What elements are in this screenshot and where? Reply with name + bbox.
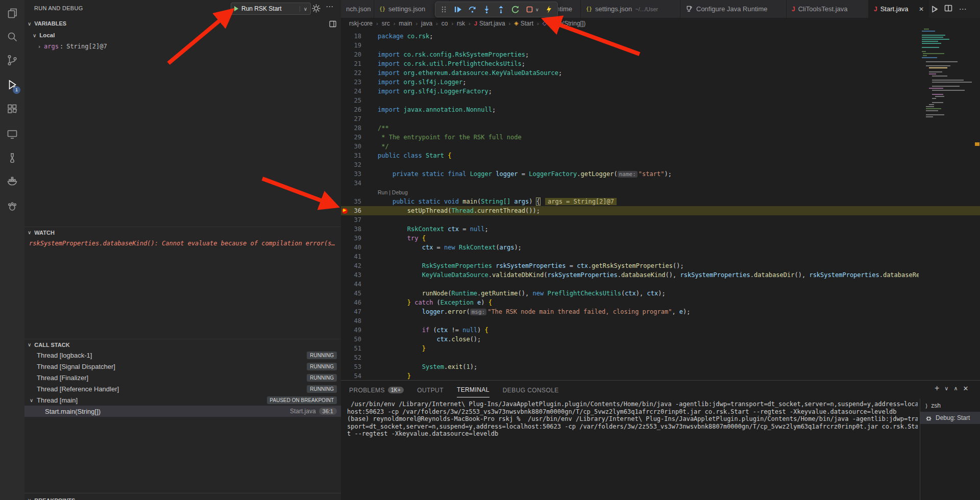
code-line-34[interactable]: 34 (341, 179, 980, 188)
gutter[interactable] (341, 252, 350, 261)
code-line-31[interactable]: 31public class Start { (341, 151, 980, 160)
gutter[interactable] (341, 307, 350, 316)
gutter[interactable] (341, 197, 350, 206)
code-line-52[interactable]: 52 (341, 353, 980, 362)
drag-handle-icon[interactable] (439, 5, 448, 14)
gutter[interactable] (341, 179, 350, 188)
code-line-44[interactable]: 44 (341, 280, 980, 289)
code-line-19[interactable]: 19 (341, 41, 980, 50)
explorer-icon[interactable] (6, 7, 18, 19)
code-line-48[interactable]: 48 (341, 316, 980, 326)
gutter[interactable] (341, 371, 350, 380)
codelens-run-debug[interactable]: Run | Debug (341, 188, 980, 197)
code-line-41[interactable]: 41 (341, 252, 980, 261)
breadcrumb-item[interactable]: src (382, 20, 390, 27)
close-icon[interactable]: ✕ (919, 6, 924, 13)
call-stack-section-header[interactable]: ∨ CALL STACK (24, 339, 341, 350)
gutter[interactable] (341, 270, 350, 280)
gutter[interactable] (341, 335, 350, 344)
terminal-instance-debug-start[interactable]: Debug: Start (920, 412, 980, 424)
code-line-40[interactable]: 40 ctx = new RskContext(args); (341, 243, 980, 252)
code-line-53[interactable]: 53 System.exit(1); (341, 362, 980, 371)
gutter[interactable] (341, 68, 350, 78)
panel-tab-output[interactable]: OUTPUT (417, 382, 444, 397)
call-stack-thread-row[interactable]: Thread [Reference Handler]RUNNING (24, 383, 341, 394)
tab-start-java[interactable]: JStart.java✕ (869, 0, 929, 18)
call-stack-thread-row[interactable]: ∨Thread [main]PAUSED ON BREAKPOINT (24, 394, 341, 406)
code-line-45[interactable]: 45 runNode(Runtime.getRuntime(), new Pre… (341, 289, 980, 298)
gutter[interactable] (341, 160, 350, 169)
code-line-25[interactable]: 25 (341, 96, 980, 105)
restart-icon[interactable] (511, 5, 520, 14)
code-line-30[interactable]: 30 */ (341, 142, 980, 151)
tab-configure-java-runtime[interactable]: Configure Java Runtime (680, 0, 787, 18)
code-line-39[interactable]: 39 try { (341, 234, 980, 243)
code-line-37[interactable]: 37 (341, 215, 980, 224)
breadcrumb-item[interactable]: rskj-core (349, 20, 373, 27)
gutter[interactable] (341, 316, 350, 326)
pet-extension-icon[interactable] (6, 200, 18, 212)
terminal-instance-zsh[interactable]: ⟩zsh (920, 399, 980, 412)
gutter[interactable] (341, 289, 350, 298)
code-line-47[interactable]: 47 logger.error(msg:"The RSK node main t… (341, 307, 980, 316)
code-line-33[interactable]: 33 private static final Logger logger = … (341, 169, 980, 179)
breakpoints-section-header[interactable]: ∨ BREAKPOINTS (24, 493, 341, 500)
gutter[interactable]: ▶ (341, 206, 350, 215)
gutter[interactable] (341, 41, 350, 50)
debug-settings-gear-icon[interactable] (311, 4, 321, 13)
continue-icon[interactable] (454, 5, 462, 14)
variables-section-header[interactable]: ∨ VARIABLES (24, 18, 341, 29)
step-out-icon[interactable] (497, 5, 505, 14)
gutter[interactable] (341, 151, 350, 160)
maximize-panel-icon[interactable]: ∧ (953, 385, 958, 392)
start-debug-icon[interactable] (234, 6, 238, 11)
run-java-button[interactable]: ∨ (930, 5, 938, 13)
code-line-43[interactable]: 43 KeyValueDataSource.validateDbKind(rsk… (341, 270, 980, 280)
code-line-49[interactable]: 49 if (ctx != null) { (341, 326, 980, 335)
call-stack-thread-row[interactable]: Thread [Finalizer]RUNNING (24, 372, 341, 383)
code-line-27[interactable]: 27 (341, 114, 980, 123)
panel-tab-terminal[interactable]: TERMINAL (457, 382, 489, 397)
tab-nch-json[interactable]: nch.json (341, 0, 374, 18)
code-line-23[interactable]: 23import org.slf4j.Logger; (341, 78, 980, 87)
call-stack-thread-row[interactable]: Thread [Signal Dispatcher]RUNNING (24, 361, 341, 372)
gutter[interactable] (341, 169, 350, 179)
gutter[interactable] (341, 362, 350, 371)
code-line-18[interactable]: 18package co.rsk; (341, 32, 980, 41)
new-terminal-icon[interactable]: + (935, 384, 939, 393)
gutter[interactable] (341, 105, 350, 114)
terminal-dropdown-chevron-icon[interactable]: ∨ (944, 385, 948, 392)
chevron-down-icon[interactable]: ∨ (300, 6, 307, 12)
search-icon[interactable] (6, 31, 18, 43)
gutter[interactable] (341, 96, 350, 105)
breadcrumb-item[interactable]: main (399, 20, 412, 27)
source-control-icon[interactable] (6, 54, 18, 66)
tab-settings-json[interactable]: {}settings.json~/.../User (581, 0, 680, 18)
stack-frame-row[interactable]: Start.main(String[]) Start.java 36:1 (24, 406, 341, 417)
code-line-28[interactable]: 28/** (341, 123, 980, 133)
code-line-38[interactable]: 38 RskContext ctx = null; (341, 224, 980, 234)
code-line-20[interactable]: 20import co.rsk.config.RskSystemProperti… (341, 50, 980, 59)
panel-tab-problems[interactable]: PROBLEMS1K+ (349, 382, 404, 397)
extensions-icon[interactable] (6, 103, 18, 115)
watch-section-header[interactable]: ∨ WATCH (24, 227, 341, 238)
gutter[interactable] (341, 243, 350, 252)
gutter[interactable] (341, 32, 350, 41)
scope-local[interactable]: ∨ Local (24, 30, 341, 41)
gutter[interactable] (341, 298, 350, 307)
split-editor-icon[interactable] (944, 4, 952, 14)
code-line-21[interactable]: 21import co.rsk.util.PreflightChecksUtil… (341, 59, 980, 68)
gutter[interactable] (341, 87, 350, 96)
gutter[interactable] (341, 78, 350, 87)
gutter[interactable] (341, 142, 350, 151)
gutter[interactable] (341, 59, 350, 68)
close-panel-icon[interactable]: ✕ (963, 385, 968, 392)
stop-icon[interactable] (525, 5, 534, 14)
remote-explorer-icon[interactable] (6, 128, 18, 140)
chevron-down-icon[interactable]: ∨ (934, 7, 938, 12)
breadcrumb-item[interactable]: rsk (457, 20, 465, 27)
code-editor[interactable]: 18package co.rsk;1920import co.rsk.confi… (341, 29, 980, 380)
terminal-output[interactable]: /usr/bin/env /Library/Internet\ Plug-Ins… (347, 401, 918, 438)
gutter[interactable] (341, 224, 350, 234)
gutter[interactable] (341, 344, 350, 353)
